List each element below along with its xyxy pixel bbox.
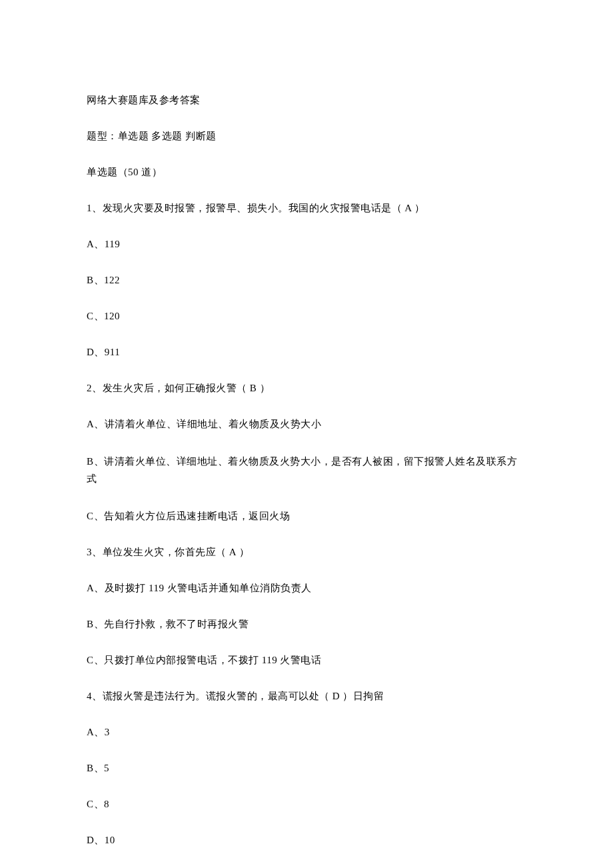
question-2-text: 2、发生火灾后，如何正确报火警（ B ） xyxy=(87,381,526,395)
question-1-option-d: D、911 xyxy=(87,345,526,359)
question-4-text: 4、谎报火警是违法行为。谎报火警的，最高可以处（ D ）日拘留 xyxy=(87,689,526,703)
question-types-line: 题型：单选题 多选题 判断题 xyxy=(87,129,526,143)
question-4-option-c: C、8 xyxy=(87,797,526,811)
question-3-option-b: B、先自行扑救，救不了时再报火警 xyxy=(87,617,526,631)
question-1-option-b: B、122 xyxy=(87,273,526,287)
question-4-option-d: D、10 xyxy=(87,833,526,847)
document-title: 网络大赛题库及参考答案 xyxy=(87,93,526,107)
question-2-option-a: A、讲清着火单位、详细地址、着火物质及火势大小 xyxy=(87,417,526,431)
question-4-option-b: B、5 xyxy=(87,761,526,775)
question-1-option-a: A、119 xyxy=(87,237,526,251)
question-2-option-b: B、讲清着火单位、详细地址、着火物质及火势大小，是否有人被困，留下报警人姓名及联… xyxy=(87,453,526,487)
question-3-text: 3、单位发生火灾，你首先应（ A ） xyxy=(87,545,526,559)
question-1-option-c: C、120 xyxy=(87,309,526,323)
section-heading: 单选题（50 道） xyxy=(87,165,526,179)
question-1-text: 1、发现火灾要及时报警，报警早、损失小。我国的火灾报警电话是（ A ） xyxy=(87,201,526,215)
question-4-option-a: A、3 xyxy=(87,725,526,739)
question-2-option-c: C、告知着火方位后迅速挂断电话，返回火场 xyxy=(87,509,526,523)
question-3-option-c: C、只拨打单位内部报警电话，不拨打 119 火警电话 xyxy=(87,653,526,667)
document-page: 网络大赛题库及参考答案 题型：单选题 多选题 判断题 单选题（50 道） 1、发… xyxy=(0,0,613,868)
question-3-option-a: A、及时拨打 119 火警电话并通知单位消防负责人 xyxy=(87,581,526,595)
